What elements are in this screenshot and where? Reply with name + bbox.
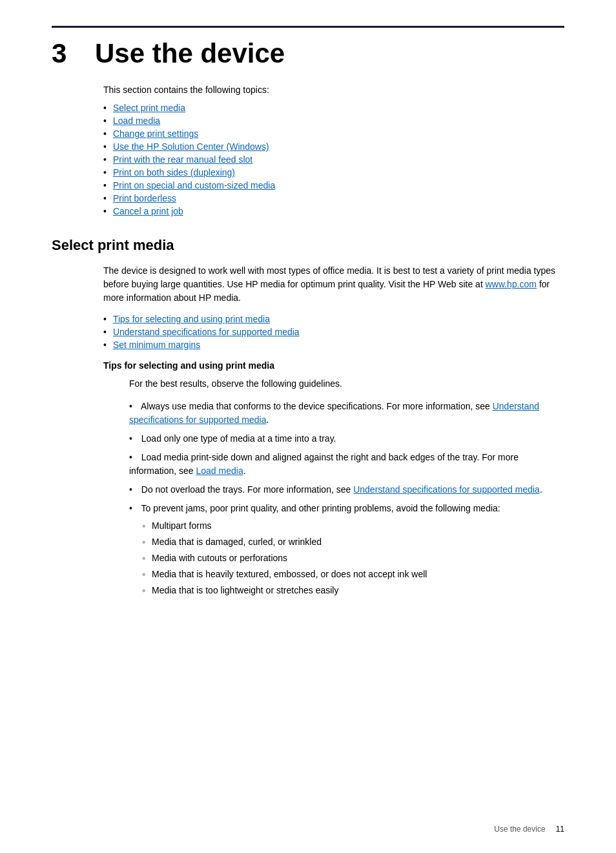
tips-bullet-item-2: Load only one type of media at a time in… (129, 432, 564, 446)
toc-item: Load media (103, 116, 564, 126)
link-minimum-margins[interactable]: Set minimum margins (113, 340, 200, 350)
toc-list: Select print media Load media Change pri… (103, 103, 564, 216)
select-print-media-content: The device is designed to work well with… (103, 264, 564, 350)
bullet-text-5: To prevent jams, poor print quality, and… (141, 503, 500, 513)
footer-page-number: 11 (556, 825, 564, 834)
toc-link-custom-sized-media[interactable]: Print on special and custom-sized media (113, 180, 275, 190)
avoid-item-1: Multipart forms (142, 519, 564, 533)
tips-bullet-item-5: To prevent jams, poor print quality, and… (129, 502, 564, 597)
tips-bullet-item-1: Always use media that conforms to the de… (129, 400, 564, 427)
avoid-item-5: Media that is too lightweight or stretch… (142, 584, 564, 597)
sub-link-item: Understand specifications for supported … (103, 327, 564, 337)
toc-item: Print with the rear manual feed slot (103, 154, 564, 165)
link-load-media-inline[interactable]: Load media (196, 466, 243, 476)
tips-bullet-item-3: Load media print-side down and aligned a… (129, 451, 564, 478)
section-intro: This section contains the following topi… (103, 85, 564, 95)
tips-bullet-list: Always use media that conforms to the de… (129, 400, 564, 597)
toc-item: Print on special and custom-sized media (103, 180, 564, 190)
avoid-item-3: Media with cutouts or perforations (142, 551, 564, 565)
select-print-media-heading: Select print media (52, 237, 564, 254)
toc-item: Cancel a print job (103, 206, 564, 216)
link-understand-specs[interactable]: Understand specifications for supported … (113, 327, 300, 337)
toc-item: Print borderless (103, 193, 564, 203)
toc-item: Print on both sides (duplexing) (103, 167, 564, 178)
select-print-media-sub-links: Tips for selecting and using print media… (103, 314, 564, 350)
sub-link-item: Tips for selecting and using print media (103, 314, 564, 324)
avoid-media-list: Multipart forms Media that is damaged, c… (142, 519, 564, 597)
toc-link-duplexing[interactable]: Print on both sides (duplexing) (113, 167, 235, 178)
toc-link-cancel-print-job[interactable]: Cancel a print job (113, 206, 183, 216)
footer: Use the device 11 (52, 825, 564, 834)
toc-item: Select print media (103, 103, 564, 113)
toc-item: Use the HP Solution Center (Windows) (103, 141, 564, 152)
tips-bullet-item-4: Do not overload the trays. For more info… (129, 483, 564, 497)
footer-section-label: Use the device (494, 825, 545, 834)
tips-subsection-content: For the best results, observe the follow… (129, 377, 564, 597)
toc-link-print-borderless[interactable]: Print borderless (113, 193, 176, 203)
bullet-text-3-before: Load media print-side down and aligned a… (129, 452, 518, 476)
link-tips[interactable]: Tips for selecting and using print media (113, 314, 270, 324)
hp-website-link[interactable]: www.hp.com (486, 279, 537, 289)
bullet-text-1-before: Always use media that conforms to the de… (141, 401, 493, 411)
chapter-title-text: Use the device (95, 38, 285, 68)
toc-item: Change print settings (103, 128, 564, 139)
toc-link-change-print-settings[interactable]: Change print settings (113, 128, 198, 139)
sub-link-item: Set minimum margins (103, 340, 564, 350)
bullet-text-3-after: . (243, 466, 246, 476)
toc-link-load-media[interactable]: Load media (113, 116, 160, 126)
tips-subsection-heading: Tips for selecting and using print media (103, 360, 564, 371)
toc-link-rear-manual-feed[interactable]: Print with the rear manual feed slot (113, 154, 252, 165)
bullet-text-1-after: . (266, 415, 269, 425)
top-rule (52, 26, 564, 28)
bullet-text-4-before: Do not overload the trays. For more info… (141, 484, 353, 495)
chapter-number: 3 (52, 38, 67, 68)
page-container: 3 Use the device This section contains t… (0, 0, 616, 853)
link-understand-specs-inline-2[interactable]: Understand specifications for supported … (353, 484, 540, 495)
select-print-media-intro: The device is designed to work well with… (103, 264, 564, 305)
avoid-item-2: Media that is damaged, curled, or wrinkl… (142, 535, 564, 549)
toc-link-hp-solution-center[interactable]: Use the HP Solution Center (Windows) (113, 141, 269, 152)
bullet-text-2: Load only one type of media at a time in… (141, 433, 336, 444)
bullet-text-4-after: . (540, 484, 542, 495)
toc-link-select-print-media[interactable]: Select print media (113, 103, 185, 113)
chapter-title: 3 Use the device (52, 38, 564, 69)
avoid-item-4: Media that is heavily textured, embossed… (142, 568, 564, 581)
tips-intro: For the best results, observe the follow… (129, 377, 564, 391)
